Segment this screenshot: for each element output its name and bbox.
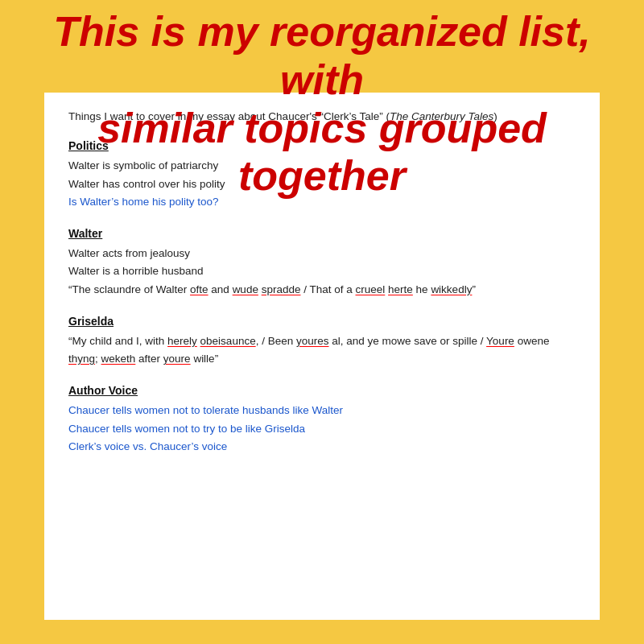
overlay-line1: This is my reorganized list, with	[24, 8, 620, 105]
overlay-line2: similar topics grouped together	[24, 105, 620, 201]
overlay-text: This is my reorganized list, with simila…	[0, 8, 644, 200]
section-walter: Walter Walter acts from jealousy Walter …	[68, 227, 576, 299]
walter-quote: “The sclaundre of Walter ofte and wude s…	[68, 281, 576, 299]
griselda-quote: “My child and I, with herely obeisaunce,…	[68, 332, 576, 369]
walter-item-1: Walter acts from jealousy	[68, 245, 576, 262]
section-author-voice: Author Voice Chaucer tells women not to …	[68, 384, 576, 456]
section-heading-griselda: Griselda	[68, 315, 576, 328]
author-voice-item-3: Clerk’s voice vs. Chaucer’s voice	[68, 438, 576, 456]
author-voice-item-2: Chaucer tells women not to try to be lik…	[68, 420, 576, 438]
walter-item-2: Walter is a horrible husband	[68, 262, 576, 280]
section-heading-author-voice: Author Voice	[68, 384, 576, 397]
section-griselda: Griselda “My child and I, with herely ob…	[68, 315, 576, 369]
author-voice-item-1: Chaucer tells women not to tolerate husb…	[68, 402, 576, 419]
section-heading-walter: Walter	[68, 227, 576, 240]
